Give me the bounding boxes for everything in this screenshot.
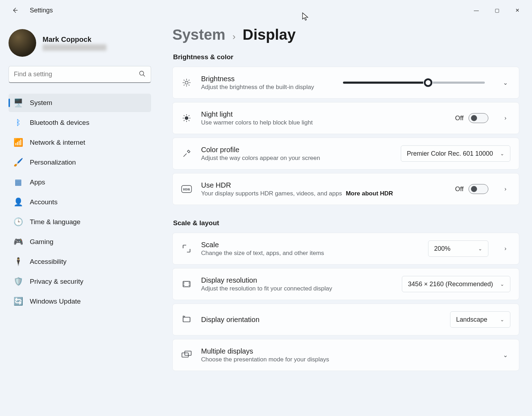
- search-input[interactable]: [14, 71, 139, 78]
- sidebar: Mark Coppock 🖥️SystemᛒBluetooth & device…: [0, 21, 160, 416]
- chevron-right-icon: ›: [232, 31, 235, 42]
- main-content: System › Display Brightness & color Brig…: [160, 21, 532, 416]
- profile-block[interactable]: Mark Coppock: [9, 29, 151, 57]
- breadcrumb-parent[interactable]: System: [172, 26, 225, 43]
- svg-rect-8: [185, 351, 191, 355]
- more-about-hdr-link[interactable]: More about HDR: [346, 190, 393, 197]
- svg-point-2: [185, 117, 188, 120]
- sidebar-item-time-language[interactable]: 🕒Time & language: [9, 213, 151, 231]
- svg-point-0: [140, 71, 144, 75]
- nav-icon: 🔄: [13, 297, 23, 306]
- chevron-down-icon[interactable]: ⌄: [500, 79, 510, 87]
- setting-subtitle: Choose the presentation mode for your di…: [201, 356, 488, 363]
- setting-title: Scale: [201, 241, 419, 249]
- nav-icon: 👤: [13, 198, 23, 207]
- slider-thumb[interactable]: [424, 78, 432, 87]
- nav-icon: 🖥️: [13, 98, 23, 107]
- sidebar-item-privacy-security[interactable]: 🛡️Privacy & security: [9, 272, 151, 291]
- resolution-dropdown[interactable]: 3456 × 2160 (Recommended) ⌄: [402, 276, 510, 292]
- user-name: Mark Coppock: [43, 35, 106, 44]
- sidebar-item-apps[interactable]: ▦Apps: [9, 173, 151, 192]
- maximize-button[interactable]: ▢: [487, 3, 507, 17]
- nav-label: Bluetooth & devices: [30, 119, 89, 127]
- setting-multiple-displays[interactable]: Multiple displays Choose the presentatio…: [172, 339, 519, 371]
- svg-text:HDR: HDR: [183, 188, 190, 191]
- setting-title: Multiple displays: [201, 347, 488, 355]
- chevron-right-icon[interactable]: ›: [500, 115, 510, 122]
- window-controls: — ▢ ✕: [466, 3, 528, 17]
- scale-dropdown[interactable]: 200% ⌄: [428, 240, 488, 257]
- app-title: Settings: [30, 7, 53, 14]
- toggle-state-label: Off: [455, 185, 464, 193]
- sidebar-item-gaming[interactable]: 🎮Gaming: [9, 233, 151, 251]
- setting-title: Color profile: [201, 146, 392, 154]
- sidebar-item-personalization[interactable]: 🖌️Personalization: [9, 153, 151, 172]
- setting-brightness[interactable]: Brightness Adjust the brightness of the …: [172, 67, 519, 99]
- minimize-button[interactable]: —: [466, 3, 487, 17]
- chevron-right-icon[interactable]: ›: [500, 185, 510, 193]
- avatar: [9, 29, 36, 57]
- setting-color-profile[interactable]: Color profile Adjust the way colors appe…: [172, 138, 519, 170]
- nav-label: Apps: [30, 178, 45, 186]
- chevron-right-icon[interactable]: ›: [500, 245, 510, 252]
- sidebar-item-system[interactable]: 🖥️System: [9, 94, 151, 112]
- titlebar: Settings — ▢ ✕: [0, 0, 532, 21]
- color-profile-dropdown[interactable]: Premier Color Rec. 601 10000 ⌄: [401, 145, 510, 162]
- hdr-toggle[interactable]: [469, 184, 488, 194]
- sidebar-item-bluetooth-devices[interactable]: ᛒBluetooth & devices: [9, 113, 151, 132]
- setting-resolution[interactable]: Display resolution Adjust the resolution…: [172, 268, 519, 300]
- user-email: [43, 44, 106, 51]
- back-button[interactable]: [8, 3, 22, 17]
- nav-label: Personalization: [30, 159, 76, 166]
- multiple-displays-icon: [181, 350, 192, 360]
- brightness-slider[interactable]: [343, 82, 485, 84]
- search-icon: [139, 70, 146, 79]
- nav-icon: ▦: [13, 178, 23, 187]
- chevron-down-icon[interactable]: ⌄: [500, 351, 510, 359]
- chevron-down-icon: ⌄: [500, 317, 504, 322]
- orientation-icon: [181, 314, 192, 325]
- nav-icon: 🎮: [13, 237, 23, 246]
- nav-label: Time & language: [30, 218, 81, 226]
- setting-title: Night light: [201, 110, 446, 118]
- nav-icon: 🕴️: [13, 257, 23, 266]
- chevron-down-icon: ⌄: [478, 246, 482, 251]
- nav-icon: 📶: [13, 138, 23, 147]
- dropdown-value: 200%: [434, 245, 450, 253]
- resolution-icon: [181, 279, 192, 289]
- sidebar-nav: 🖥️SystemᛒBluetooth & devices📶Network & i…: [9, 94, 151, 311]
- nav-label: System: [30, 99, 52, 107]
- sidebar-item-network-internet[interactable]: 📶Network & internet: [9, 133, 151, 152]
- nav-label: Accessibility: [30, 258, 66, 266]
- setting-scale[interactable]: Scale Change the size of text, apps, and…: [172, 233, 519, 265]
- orientation-dropdown[interactable]: Landscape ⌄: [450, 311, 510, 328]
- nav-label: Network & internet: [30, 139, 85, 146]
- svg-rect-6: [183, 317, 190, 322]
- setting-orientation[interactable]: Display orientation Landscape ⌄: [172, 304, 519, 335]
- svg-point-1: [185, 81, 188, 84]
- setting-subtitle: Adjust the way colors appear on your scr…: [201, 155, 392, 162]
- sidebar-item-accessibility[interactable]: 🕴️Accessibility: [9, 253, 151, 271]
- night-light-toggle[interactable]: [469, 113, 488, 123]
- close-button[interactable]: ✕: [507, 3, 528, 17]
- setting-hdr[interactable]: HDR Use HDR Your display supports HDR ga…: [172, 173, 519, 205]
- sidebar-item-accounts[interactable]: 👤Accounts: [9, 193, 151, 211]
- chevron-down-icon: ⌄: [500, 151, 504, 156]
- sidebar-item-windows-update[interactable]: 🔄Windows Update: [9, 292, 151, 311]
- nav-label: Gaming: [30, 238, 54, 246]
- setting-title: Display resolution: [201, 276, 393, 284]
- scale-icon: [181, 243, 192, 254]
- chevron-down-icon: ⌄: [500, 281, 504, 287]
- nav-icon: 🛡️: [13, 277, 23, 286]
- setting-subtitle: Change the size of text, apps, and other…: [201, 250, 419, 257]
- group-heading-scale: Scale & layout: [173, 219, 519, 227]
- setting-subtitle: Your display supports HDR games, videos,…: [201, 190, 446, 197]
- nav-label: Privacy & security: [30, 278, 83, 285]
- search-box[interactable]: [9, 66, 151, 83]
- setting-night-light[interactable]: Night light Use warmer colors to help bl…: [172, 102, 519, 134]
- night-light-icon: [181, 113, 192, 123]
- svg-rect-5: [183, 281, 190, 287]
- group-heading-brightness: Brightness & color: [173, 53, 519, 61]
- setting-subtitle: Adjust the brightness of the built-in di…: [201, 84, 334, 91]
- eyedropper-icon: [181, 148, 192, 159]
